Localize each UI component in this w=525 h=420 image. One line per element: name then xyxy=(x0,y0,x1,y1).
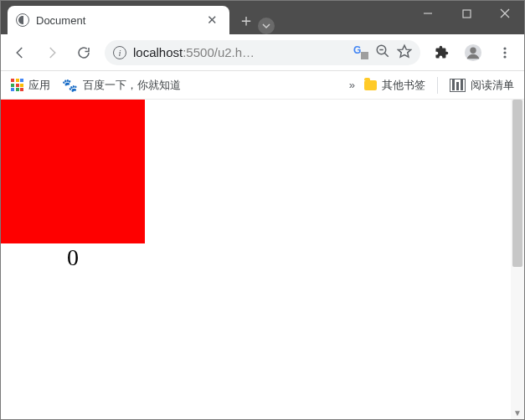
zoom-out-icon[interactable] xyxy=(375,44,390,62)
folder-icon xyxy=(364,80,377,90)
paw-icon: 🐾 xyxy=(62,78,78,93)
apps-label: 应用 xyxy=(28,78,50,93)
divider xyxy=(437,77,438,94)
forward-button[interactable] xyxy=(38,38,66,67)
new-tab-button[interactable]: ＋ xyxy=(234,8,258,32)
menu-button[interactable] xyxy=(491,38,519,67)
site-info-icon[interactable]: i xyxy=(113,46,126,59)
tab-title: Document xyxy=(36,14,203,27)
address-bar[interactable]: i localhost:5500/u2.h… xyxy=(105,40,420,65)
profile-avatar[interactable] xyxy=(459,38,487,67)
globe-icon xyxy=(16,13,29,27)
other-bookmarks[interactable]: 其他书签 xyxy=(364,78,425,93)
svg-point-9 xyxy=(470,47,476,53)
reading-list-label: 阅读清单 xyxy=(471,78,514,93)
bookmark-star-icon[interactable] xyxy=(397,44,412,62)
page-viewport: 0 ▲ ▼ xyxy=(1,100,524,419)
svg-rect-1 xyxy=(463,10,471,18)
window-controls xyxy=(409,1,524,26)
reading-list-icon xyxy=(450,79,466,92)
browser-tab[interactable]: Document ✕ xyxy=(8,6,229,34)
baidu-label: 百度一下，你就知道 xyxy=(83,78,181,93)
svg-marker-7 xyxy=(399,45,411,57)
bookmarks-bar: 应用 🐾 百度一下，你就知道 » 其他书签 阅读清单 xyxy=(1,71,524,100)
translate-icon[interactable] xyxy=(353,46,368,59)
minimize-button[interactable] xyxy=(409,1,447,26)
svg-point-11 xyxy=(503,51,506,54)
svg-line-5 xyxy=(384,53,389,57)
reload-button[interactable] xyxy=(69,38,98,67)
scrollbar-thumb[interactable] xyxy=(512,100,522,267)
vertical-scrollbar[interactable]: ▲ ▼ xyxy=(511,100,524,419)
bookmarks-overflow-button[interactable]: » xyxy=(349,79,353,91)
apps-grid-icon xyxy=(11,79,23,91)
counter-value: 0 xyxy=(1,243,145,271)
reading-list[interactable]: 阅读清单 xyxy=(450,78,514,93)
other-bookmarks-label: 其他书签 xyxy=(382,78,425,93)
window-close-button[interactable] xyxy=(486,1,524,26)
page-content: 0 xyxy=(1,100,524,271)
browser-toolbar: i localhost:5500/u2.h… xyxy=(1,34,524,71)
url-text: localhost:5500/u2.h… xyxy=(133,45,347,59)
baidu-bookmark[interactable]: 🐾 百度一下，你就知道 xyxy=(62,78,181,93)
red-box xyxy=(1,100,145,243)
svg-point-12 xyxy=(503,55,506,58)
apps-bookmark[interactable]: 应用 xyxy=(11,78,50,93)
back-button[interactable] xyxy=(6,38,34,67)
scroll-down-arrow[interactable]: ▼ xyxy=(511,406,524,419)
maximize-button[interactable] xyxy=(447,1,486,26)
window-titlebar: Document ✕ ＋ xyxy=(1,1,524,34)
tab-search-button[interactable] xyxy=(258,18,275,34)
extensions-button[interactable] xyxy=(427,38,456,67)
close-tab-button[interactable]: ✕ xyxy=(203,13,221,28)
svg-point-10 xyxy=(503,47,506,49)
